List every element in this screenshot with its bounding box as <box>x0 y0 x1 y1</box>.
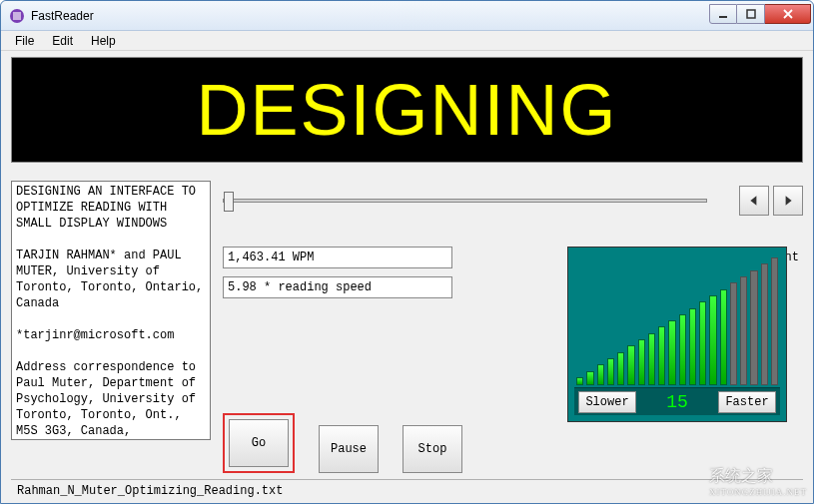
speed-bar <box>648 333 655 385</box>
position-row <box>223 181 803 221</box>
pause-button[interactable]: Pause <box>319 425 379 473</box>
minimize-button[interactable] <box>709 4 737 24</box>
meter-controls: Slower 15 Faster <box>574 387 780 415</box>
menu-edit[interactable]: Edit <box>44 33 81 49</box>
speed-bar <box>668 320 675 385</box>
slider-thumb[interactable] <box>224 192 234 212</box>
faster-button[interactable]: Faster <box>718 391 776 413</box>
menu-file[interactable]: File <box>7 33 42 49</box>
svg-rect-3 <box>747 10 755 18</box>
source-text-box[interactable]: DESIGNING AN INTERFACE TO OPTIMIZE READI… <box>11 181 211 440</box>
status-filename: Rahman_N_Muter_Optimizing_Reading.txt <box>17 484 283 498</box>
speed-bar <box>607 358 614 385</box>
app-icon <box>9 8 25 24</box>
speed-bar <box>638 339 645 385</box>
speed-bar <box>689 308 696 385</box>
speed-bar <box>750 270 757 385</box>
info-fields: 1,463.41 WPM 5.98 * reading speed <box>223 247 452 298</box>
speed-bar <box>771 257 778 385</box>
speed-bar <box>617 352 624 385</box>
speed-field: 5.98 * reading speed <box>223 276 452 298</box>
maximize-button[interactable] <box>737 4 765 24</box>
speed-bar <box>586 371 593 385</box>
speed-bar <box>576 377 583 385</box>
titlebar: FastReader <box>1 1 813 31</box>
app-window: FastReader File Edit Help DESIGNING DESI… <box>0 0 814 504</box>
nav-buttons <box>739 186 803 216</box>
position-slider[interactable] <box>223 199 707 203</box>
window-title: FastReader <box>31 9 709 23</box>
svg-rect-1 <box>13 12 21 20</box>
speed-bar <box>709 295 716 385</box>
stop-button[interactable]: Stop <box>403 425 462 473</box>
speed-bars <box>574 253 780 387</box>
wpm-field: 1,463.41 WPM <box>223 247 452 268</box>
current-word: DESIGNING <box>196 69 617 151</box>
next-button[interactable] <box>773 186 803 216</box>
main-content: DESIGNING AN INTERFACE TO OPTIMIZE READI… <box>11 181 803 479</box>
speed-bar <box>597 364 604 385</box>
client-area: DESIGNING DESIGNING AN INTERFACE TO OPTI… <box>1 51 813 503</box>
source-column: DESIGNING AN INTERFACE TO OPTIMIZE READI… <box>11 181 211 479</box>
speed-bar <box>658 326 665 385</box>
speed-value: 15 <box>666 392 688 412</box>
speed-bar <box>761 263 768 385</box>
speed-meter-panel: Slower 15 Faster <box>567 247 787 422</box>
menubar: File Edit Help <box>1 31 813 51</box>
slower-button[interactable]: Slower <box>578 391 636 413</box>
speed-bar <box>720 289 727 385</box>
controls-column: 1,463.41 WPM 5.98 * reading speed 0 perc… <box>211 181 803 479</box>
speed-bar <box>740 276 747 385</box>
speed-bar <box>699 301 706 385</box>
svg-rect-2 <box>719 16 727 18</box>
prev-button[interactable] <box>739 186 769 216</box>
menu-help[interactable]: Help <box>83 33 124 49</box>
go-highlight: Go <box>223 413 295 473</box>
word-display-panel: DESIGNING <box>11 57 803 163</box>
close-button[interactable] <box>765 4 811 24</box>
action-row: Go Pause Stop <box>223 413 462 473</box>
speed-bar <box>627 345 634 385</box>
statusbar: Rahman_N_Muter_Optimizing_Reading.txt <box>11 479 803 501</box>
window-controls <box>709 4 811 24</box>
go-button[interactable]: Go <box>229 419 289 467</box>
speed-bar <box>730 282 737 385</box>
speed-bar <box>679 314 686 385</box>
